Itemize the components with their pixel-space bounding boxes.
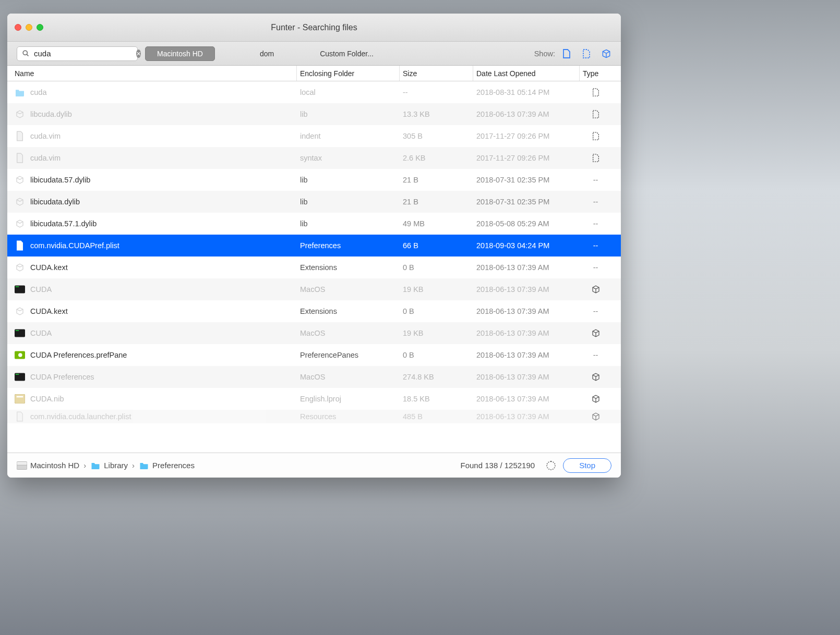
chevron-right-icon: › — [132, 461, 135, 470]
file-name: libicudata.dylib — [30, 198, 80, 206]
enclosing-folder: local — [297, 88, 400, 96]
file-icon — [15, 328, 25, 338]
breadcrumb-item[interactable]: Library — [90, 460, 128, 471]
breadcrumb-item[interactable]: Macintosh HD — [17, 460, 79, 471]
scope-segmented: Macintosh HDdomCustom Folder... — [145, 46, 385, 61]
date-last-opened: 2018-06-13 07:39 AM — [473, 285, 580, 294]
column-enclosing[interactable]: Enclosing Folder — [297, 66, 400, 81]
table-row[interactable]: libicudata.57.1.dylib lib 49 MB 2018-05-… — [7, 213, 621, 235]
file-type-icon: -- — [580, 241, 608, 250]
date-last-opened: 2018-07-31 02:35 PM — [473, 176, 580, 184]
table-row[interactable]: CUDA MacOS 19 KB 2018-06-13 07:39 AM — [7, 278, 621, 300]
enclosing-folder: English.lproj — [297, 395, 400, 403]
svg-rect-3 — [16, 286, 19, 287]
file-name: com.nvidia.CUDAPref.plist — [30, 241, 119, 250]
show-visible-icon[interactable] — [561, 48, 572, 59]
file-icon — [15, 411, 25, 422]
file-size: 485 B — [400, 412, 473, 421]
table-row[interactable]: CUDA.kext Extensions 0 B 2018-06-13 07:3… — [7, 300, 621, 322]
file-name: CUDA Preferences.prefPane — [30, 351, 127, 359]
file-type-icon — [580, 131, 608, 141]
file-size: 0 B — [400, 263, 473, 272]
table-row[interactable]: com.nvidia.CUDAPref.plist Preferences 66… — [7, 235, 621, 257]
found-count: Found 138 / 1252190 — [461, 461, 535, 470]
file-size: 305 B — [400, 132, 473, 140]
date-last-opened: 2018-09-03 04:24 PM — [473, 241, 580, 250]
date-last-opened: 2018-07-31 02:35 PM — [473, 198, 580, 206]
column-date[interactable]: Date Last Opened — [473, 66, 580, 81]
file-name: CUDA.kext — [30, 307, 68, 315]
table-row[interactable]: libicudata.dylib lib 21 B 2018-07-31 02:… — [7, 191, 621, 213]
file-icon — [15, 109, 25, 119]
enclosing-folder: MacOS — [297, 373, 400, 381]
scope-pill[interactable]: dom — [248, 46, 285, 61]
breadcrumb-item[interactable]: Preferences — [139, 460, 195, 471]
enclosing-folder: MacOS — [297, 285, 400, 294]
date-last-opened: 2018-08-31 05:14 PM — [473, 88, 580, 96]
enclosing-folder: indent — [297, 132, 400, 140]
table-row[interactable]: libicudata.57.dylib lib 21 B 2018-07-31 … — [7, 169, 621, 191]
svg-rect-9 — [16, 374, 19, 375]
table-row[interactable]: CUDA Preferences.prefPane PreferencePane… — [7, 344, 621, 366]
file-type-icon — [580, 328, 608, 338]
svg-rect-11 — [17, 396, 23, 398]
file-type-icon — [580, 153, 608, 163]
scope-pill[interactable]: Custom Folder... — [308, 46, 385, 61]
toolbar: ✕ Macintosh HDdomCustom Folder... Show: — [7, 42, 621, 66]
show-label: Show: — [534, 50, 555, 58]
table-row[interactable]: cuda.vim indent 305 B 2017-11-27 09:26 P… — [7, 125, 621, 147]
file-name: libicudata.57.1.dylib — [30, 219, 97, 228]
file-size: 0 B — [400, 307, 473, 315]
file-name: com.nvidia.cuda.launcher.plist — [30, 412, 131, 421]
date-last-opened: 2018-06-13 07:39 AM — [473, 329, 580, 337]
table-row[interactable]: cuda.vim syntax 2.6 KB 2017-11-27 09:26 … — [7, 147, 621, 169]
file-type-icon: -- — [580, 198, 608, 206]
enclosing-folder: Resources — [297, 412, 400, 421]
enclosing-folder: lib — [297, 110, 400, 118]
date-last-opened: 2017-11-27 09:26 PM — [473, 132, 580, 140]
table-row[interactable]: CUDA Preferences MacOS 274.8 KB 2018-06-… — [7, 366, 621, 388]
date-last-opened: 2018-06-13 07:39 AM — [473, 307, 580, 315]
file-type-icon — [580, 394, 608, 404]
enclosing-folder: Extensions — [297, 263, 400, 272]
search-input[interactable] — [31, 49, 136, 58]
file-type-icon: -- — [580, 219, 608, 228]
folder-icon — [90, 460, 101, 471]
show-hidden-icon[interactable] — [581, 48, 592, 59]
file-name: CUDA.kext — [30, 263, 68, 272]
enclosing-folder: lib — [297, 198, 400, 206]
column-type[interactable]: Type — [580, 66, 608, 81]
table-row[interactable]: CUDA.nib English.lproj 18.5 KB 2018-06-1… — [7, 388, 621, 410]
file-icon — [15, 218, 25, 229]
titlebar: Funter - Searching files — [7, 14, 621, 42]
file-name: CUDA — [30, 285, 52, 294]
search-field[interactable]: ✕ — [17, 46, 138, 61]
table-row[interactable]: CUDA MacOS 19 KB 2018-06-13 07:39 AM — [7, 322, 621, 344]
table-row[interactable]: CUDA.kext Extensions 0 B 2018-06-13 07:3… — [7, 257, 621, 278]
file-icon — [15, 394, 25, 404]
clear-search-button[interactable]: ✕ — [136, 50, 141, 58]
file-size: 66 B — [400, 241, 473, 250]
table-row[interactable]: cuda local -- 2018-08-31 05:14 PM — [7, 81, 621, 103]
file-size: 13.3 KB — [400, 110, 473, 118]
file-type-icon: -- — [580, 263, 608, 272]
enclosing-folder: PreferencePanes — [297, 351, 400, 359]
scope-pill[interactable]: Macintosh HD — [145, 46, 215, 61]
file-type-icon — [580, 285, 608, 294]
column-name[interactable]: Name — [11, 66, 297, 81]
show-packages-icon[interactable] — [601, 48, 611, 59]
file-type-icon: -- — [580, 351, 608, 359]
search-icon — [20, 48, 31, 59]
file-size: 19 KB — [400, 329, 473, 337]
file-name: cuda.vim — [30, 154, 61, 162]
date-last-opened: 2018-06-13 07:39 AM — [473, 395, 580, 403]
file-name: CUDA Preferences — [30, 373, 94, 381]
file-size: 274.8 KB — [400, 373, 473, 381]
column-size[interactable]: Size — [400, 66, 473, 81]
file-name: cuda — [30, 88, 46, 96]
table-row[interactable]: com.nvidia.cuda.launcher.plist Resources… — [7, 410, 621, 423]
file-size: 21 B — [400, 198, 473, 206]
enclosing-folder: syntax — [297, 154, 400, 162]
stop-button[interactable]: Stop — [563, 458, 611, 473]
table-row[interactable]: libcuda.dylib lib 13.3 KB 2018-06-13 07:… — [7, 103, 621, 125]
